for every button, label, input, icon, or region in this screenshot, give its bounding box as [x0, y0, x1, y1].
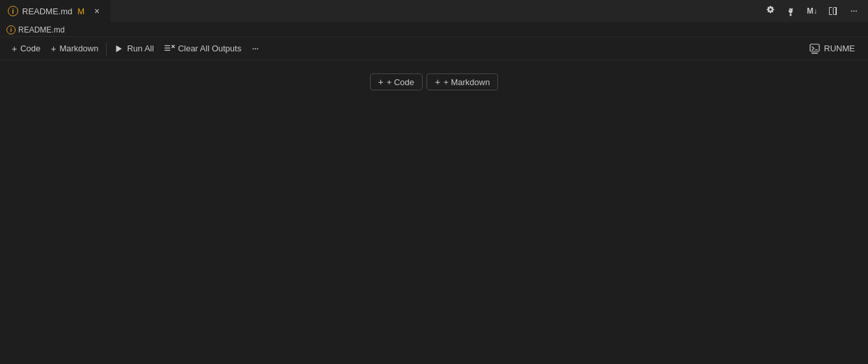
toolbar-divider	[106, 42, 107, 55]
content-add-markdown-label: + Markdown	[443, 77, 490, 87]
breadcrumb-info-icon: i	[7, 25, 16, 34]
add-markdown-label: Markdown	[59, 44, 98, 53]
content-area: + + Code + + Markdown	[0, 60, 868, 90]
run-all-icon	[114, 44, 124, 53]
runme-button[interactable]: RUNME	[803, 42, 861, 56]
readme-tab[interactable]: i README.md M ×	[0, 0, 111, 22]
add-code-button[interactable]: + Code	[7, 42, 46, 56]
tab-bar-actions: M↓ ···	[761, 2, 868, 20]
tab-info-icon: i	[8, 6, 18, 16]
tab-bar: i README.md M × M↓	[0, 0, 868, 23]
svg-rect-0	[164, 45, 170, 46]
clear-all-outputs-button[interactable]: Clear All Outputs	[159, 42, 247, 55]
source-control-icon	[786, 6, 796, 16]
clear-outputs-icon	[164, 44, 175, 53]
runme-label: RUNME	[824, 44, 855, 53]
markdown-down-icon: M↓	[807, 6, 817, 16]
source-control-icon-button[interactable]	[782, 2, 800, 20]
add-markdown-button[interactable]: + Markdown	[46, 42, 103, 56]
breadcrumb-filename: README.md	[18, 25, 64, 34]
split-editor-icon-button[interactable]	[824, 2, 842, 20]
split-editor-icon	[828, 6, 838, 16]
plus-icon: +	[12, 44, 17, 54]
settings-icon-button[interactable]	[761, 2, 780, 20]
tab-title: README.md	[22, 6, 72, 16]
tab-modified-marker: M	[77, 6, 85, 16]
more-toolbar-icon: ···	[252, 43, 258, 55]
content-plus-markdown-icon: +	[435, 77, 440, 87]
content-add-markdown-button[interactable]: + + Markdown	[427, 73, 498, 90]
svg-rect-2	[164, 49, 170, 50]
content-add-code-label: + Code	[387, 77, 414, 87]
clear-all-outputs-label: Clear All Outputs	[178, 44, 242, 53]
svg-rect-1	[164, 47, 170, 48]
more-actions-icon: ···	[850, 5, 857, 17]
add-cell-row: + + Code + + Markdown	[370, 73, 499, 90]
gear-icon	[765, 6, 776, 16]
more-toolbar-actions-button[interactable]: ···	[246, 41, 263, 57]
markdown-preview-icon-button[interactable]: M↓	[803, 2, 821, 20]
more-actions-icon-button[interactable]: ···	[845, 2, 863, 20]
content-plus-code-icon: +	[378, 77, 384, 87]
add-code-label: Code	[20, 44, 40, 53]
breadcrumb-bar: i README.md	[0, 23, 868, 37]
tab-close-button[interactable]: ×	[91, 5, 103, 17]
run-all-button[interactable]: Run All	[109, 42, 159, 55]
runme-icon	[809, 44, 820, 54]
run-all-label: Run All	[127, 44, 153, 53]
svg-rect-5	[810, 44, 819, 51]
svg-rect-6	[811, 53, 818, 54]
content-add-code-button[interactable]: + + Code	[370, 73, 423, 90]
notebook-toolbar: + Code + Markdown Run All Clear All Outp…	[0, 37, 868, 60]
plus-markdown-icon: +	[51, 44, 56, 54]
